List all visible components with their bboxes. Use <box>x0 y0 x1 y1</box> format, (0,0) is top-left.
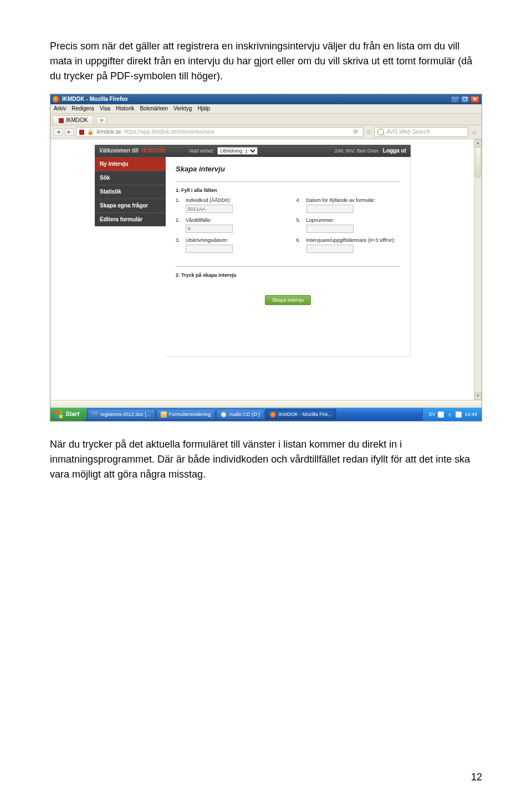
url-path: https://app.ikmdok.se/interviews/new <box>124 129 214 135</box>
disc-icon <box>221 412 227 418</box>
window-controls: _ ❐ ✕ <box>451 96 479 103</box>
intervjuare-input[interactable] <box>306 245 354 253</box>
field-label: Intervjuare/uppgiftslämnare (II+3 siffro… <box>306 237 395 243</box>
scrollbar[interactable]: ▲ ▼ <box>474 139 482 400</box>
search-icon <box>377 129 384 135</box>
page-number: 12 <box>471 770 482 785</box>
task-item-audio-cd[interactable]: Audio CD (D:) <box>216 409 264 420</box>
sidebar-item-statistik[interactable]: Statistik <box>95 185 166 199</box>
task-item-firefox[interactable]: IKMDOK - Mozilla Fire... <box>265 409 336 420</box>
field-utskrivningsdatum: 3. Utskrivningsdatum: <box>176 237 280 253</box>
clock[interactable]: 14:44 <box>464 412 477 418</box>
divider <box>176 266 400 267</box>
firefox-icon <box>53 96 59 103</box>
field-label: Löpnummer: <box>306 217 335 223</box>
url-input[interactable]: 🔒 ikmdok.se https://app.ikmdok.se/interv… <box>76 127 364 137</box>
field-label: Vårdtillfälle: <box>186 217 212 223</box>
vald-enhet-label: Vald enhet: <box>189 148 214 154</box>
maximize-button[interactable]: ❐ <box>461 96 469 103</box>
menu-arkiv[interactable]: Arkiv <box>54 105 66 112</box>
bookmark-star-icon[interactable]: ☆ <box>366 128 372 136</box>
window-titlebar: IKMDOK - Mozilla Firefox _ ❐ ✕ <box>50 94 482 104</box>
firefox-task-icon <box>270 412 276 418</box>
sidebar-item-sok[interactable]: Sök <box>95 171 166 185</box>
panel-heading: Skapa intervju <box>176 165 400 174</box>
logout-link[interactable]: Logga ut <box>383 148 406 154</box>
task-item-doc[interactable]: registrera-2012.doc [... <box>88 409 155 420</box>
back-button[interactable]: ◄ <box>54 128 63 136</box>
window-title: IKMDOK - Mozilla Firefox <box>62 96 128 103</box>
field-intervjuare: 6. Intervjuare/uppgiftslämnare (II+3 sif… <box>296 237 401 253</box>
status-bar <box>50 400 482 408</box>
reload-icon[interactable]: ⟳ <box>351 129 360 135</box>
tab-label: IKMDOK <box>66 117 88 124</box>
scroll-down-icon[interactable]: ▼ <box>474 392 482 400</box>
tray-icon[interactable] <box>447 412 453 418</box>
search-placeholder: AVG Web Search <box>386 129 429 135</box>
lopnummer-input[interactable] <box>306 225 354 233</box>
url-host: ikmdok.se <box>96 129 121 135</box>
step1-label: 1. Fyll i alla fälten <box>176 187 400 194</box>
individkod-input[interactable] <box>186 205 233 213</box>
user-info: 246: INV: Bert Gren <box>335 148 378 154</box>
menu-bar: Arkiv Redigera Visa Historik Bokmärken V… <box>50 104 482 114</box>
utskrivningsdatum-input[interactable] <box>186 245 233 253</box>
page-viewport: Välkommen till IKMDOK Vald enhet: Utbild… <box>50 139 482 400</box>
scroll-up-icon[interactable]: ▲ <box>474 139 482 147</box>
divider <box>176 181 400 182</box>
start-label: Start <box>65 410 79 418</box>
app-brand-name: IKMDOK <box>142 148 166 154</box>
minimize-button[interactable]: _ <box>451 96 459 103</box>
intro-paragraph: Precis som när det gäller att registrera… <box>50 39 482 84</box>
lock-icon: 🔒 <box>87 129 94 135</box>
menu-redigera[interactable]: Redigera <box>71 105 94 112</box>
new-tab-button[interactable]: + <box>96 116 107 124</box>
sidebar-item-skapa-egna-fragor[interactable]: Skapa egna frågor <box>95 199 166 212</box>
app-header: Välkommen till IKMDOK Vald enhet: Utbild… <box>95 145 411 157</box>
menu-visa[interactable]: Visa <box>100 105 110 112</box>
tab-ikmdok[interactable]: IKMDOK <box>53 115 94 125</box>
vardtillfalle-input[interactable] <box>186 225 233 233</box>
sidebar: Ny intervju Sök Statistik Skapa egna frå… <box>95 157 166 357</box>
sidebar-item-editera-formular[interactable]: Editera formulär <box>95 212 166 226</box>
field-datum-ifyllande: 4. Datum för ifyllande av formulär: <box>296 197 401 213</box>
close-button[interactable]: ✕ <box>470 96 479 103</box>
main-panel-wrap: Skapa intervju 1. Fyll i alla fälten 1. <box>166 157 411 357</box>
tab-strip: IKMDOK + <box>50 114 482 125</box>
address-bar: ◄ ► 🔒 ikmdok.se https://app.ikmdok.se/in… <box>50 125 482 139</box>
datum-ifyllande-input[interactable] <box>306 205 354 213</box>
field-lopnummer: 5. Löpnummer: <box>296 217 401 233</box>
tray-icon[interactable] <box>438 412 444 418</box>
app-brand-pre: Välkommen till <box>99 148 139 154</box>
step2-label: 2. Tryck på skapa intervju <box>176 272 400 278</box>
field-individkod: 1. Individkod (ÅÅDDII): <box>176 197 280 213</box>
menu-verktyg[interactable]: Verktyg <box>173 105 192 112</box>
lang-indicator[interactable]: SV <box>428 412 435 418</box>
system-tray: SV 14:44 <box>422 408 482 421</box>
skapa-intervju-panel: Skapa intervju 1. Fyll i alla fälten 1. <box>166 157 411 357</box>
task-item-folder[interactable]: Formulärrevidering <box>156 409 216 420</box>
taskbar: Start registrera-2012.doc [... Formulärr… <box>50 408 482 421</box>
vald-enhet-select[interactable]: Utbildning: 1 <box>217 147 258 155</box>
scroll-thumb[interactable] <box>475 147 481 177</box>
word-icon <box>92 412 98 418</box>
menu-historik[interactable]: Historik <box>116 105 134 112</box>
home-icon[interactable]: ⌂ <box>470 128 478 136</box>
field-label: Individkod (ÅÅDDII): <box>186 197 231 203</box>
folder-icon <box>161 412 167 418</box>
search-input[interactable]: AVG Web Search <box>374 127 468 137</box>
field-vardtillfalle: 2. Vårdtillfälle: <box>176 217 280 233</box>
windows-logo-icon <box>55 410 63 418</box>
site-favicon-icon <box>79 130 84 135</box>
skapa-intervju-button[interactable]: Skapa intervju <box>265 295 311 305</box>
browser-window: IKMDOK - Mozilla Firefox _ ❐ ✕ Arkiv Red… <box>50 94 482 422</box>
forward-button[interactable]: ► <box>65 128 74 136</box>
menu-hjalp[interactable]: Hjälp <box>197 105 210 112</box>
tray-icon[interactable] <box>456 412 462 418</box>
menu-bokmarken[interactable]: Bokmärken <box>140 105 168 112</box>
field-label: Datum för ifyllande av formulär: <box>306 197 376 203</box>
outro-paragraph: När du trycker på det aktuella formuläre… <box>50 437 482 482</box>
sidebar-item-ny-intervju[interactable]: Ny intervju <box>95 157 166 171</box>
field-label: Utskrivningsdatum: <box>186 237 228 243</box>
start-button[interactable]: Start <box>50 408 87 421</box>
